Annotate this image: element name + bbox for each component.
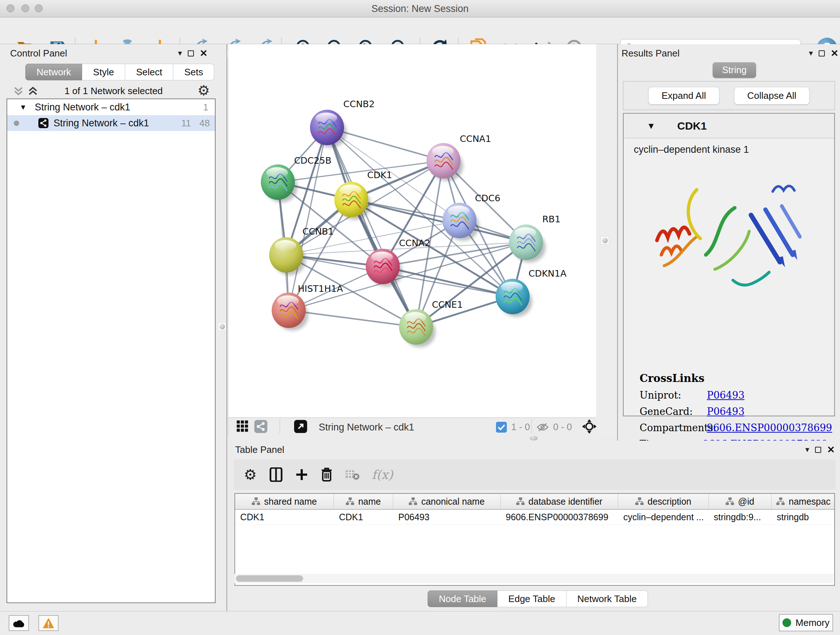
table-cell[interactable]: P06493: [393, 510, 501, 524]
protein-description: cyclin–dependent kinase 1: [634, 144, 749, 155]
results-tab-string[interactable]: String: [713, 62, 756, 78]
node-table[interactable]: shared namenamecanonical namedatabase id…: [234, 493, 835, 586]
column-header-database-identifier[interactable]: database identifier: [501, 494, 618, 509]
network-node-ccna2[interactable]: [366, 249, 402, 287]
network-graph[interactable]: CCNB2CCNA1CDC25BCDK1CDC6RB1CCNB1CCNA2CDK…: [228, 44, 597, 417]
tab-node-table[interactable]: Node Table: [428, 591, 497, 607]
tab-network[interactable]: Network: [25, 64, 82, 80]
memory-button[interactable]: Memory: [779, 614, 833, 631]
clear-table-icon[interactable]: [345, 469, 360, 480]
crosslink-label: GeneCard:: [639, 406, 707, 417]
network-node-cdc25b[interactable]: [261, 165, 297, 203]
column-header-canonical-name[interactable]: canonical name: [393, 494, 501, 509]
network-node-rb1[interactable]: [509, 225, 546, 263]
panel-float-icon[interactable]: [188, 50, 194, 57]
birdseye-view-icon[interactable]: [582, 419, 597, 434]
tab-style[interactable]: Style: [82, 64, 125, 80]
results-panel: Results Panel ▾ ✕ String Expand All Coll…: [617, 44, 840, 440]
warnings-button[interactable]: [38, 615, 58, 631]
column-header--id[interactable]: @id: [709, 494, 772, 509]
panel-close-icon[interactable]: ✕: [827, 445, 835, 454]
node-label-cdc6: CDC6: [475, 193, 500, 203]
horizontal-splitter-handle[interactable]: [530, 436, 538, 440]
network-view-toolbar: String Network – cdk1 1 - 0 0 - 0: [228, 417, 596, 435]
add-column-icon[interactable]: [295, 468, 308, 481]
network-edge[interactable]: [327, 127, 416, 327]
table-cell[interactable]: 9606.ENSP00000378699: [501, 510, 618, 524]
table-row[interactable]: CDK1CDK1P064939606.ENSP00000378699cyclin…: [235, 510, 834, 525]
open-in-window-icon[interactable]: [294, 420, 307, 433]
node-label-cdc25b: CDC25B: [294, 155, 332, 166]
node-label-ccne1: CCNE1: [432, 299, 463, 310]
column-header-namespac[interactable]: namespac: [772, 494, 835, 509]
network-node-hist1h1a[interactable]: [272, 293, 308, 331]
column-header-description[interactable]: description: [618, 494, 709, 509]
network-node-ccnb2[interactable]: [310, 110, 347, 148]
table-cell[interactable]: stringdb: [772, 510, 835, 524]
table-settings-gear-icon[interactable]: ⚙: [244, 466, 257, 483]
tab-select[interactable]: Select: [125, 64, 173, 80]
control-panel-tabs: Network Style Select Sets: [25, 64, 214, 80]
panel-menu-icon[interactable]: ▾: [809, 49, 813, 57]
network-node-count: 11: [181, 118, 191, 129]
delete-column-icon[interactable]: [321, 467, 333, 482]
warning-icon: [42, 617, 55, 629]
network-node-cdkn1a[interactable]: [496, 279, 532, 317]
network-node-ccna1[interactable]: [426, 143, 463, 181]
hidden-eye-icon[interactable]: [537, 422, 549, 432]
column-header-name[interactable]: name: [334, 494, 393, 509]
panel-float-icon[interactable]: [819, 50, 825, 57]
crosslink-link[interactable]: P06493: [707, 406, 745, 417]
tab-network-table[interactable]: Network Table: [567, 591, 648, 607]
table-cell[interactable]: CDK1: [334, 510, 393, 524]
crosslink-row: GeneCard:P06493: [639, 406, 828, 417]
right-splitter-handle[interactable]: [600, 236, 609, 245]
table-cell[interactable]: CDK1: [235, 510, 334, 524]
network-node-ccne1[interactable]: [399, 309, 436, 347]
panel-close-icon[interactable]: ✕: [831, 49, 838, 58]
selected-checkbox-icon[interactable]: [496, 422, 507, 432]
network-options-gear-icon[interactable]: ⚙: [197, 82, 210, 98]
scrollbar-thumb[interactable]: [236, 575, 303, 582]
crosslink-link[interactable]: P06493: [707, 390, 745, 401]
panel-float-icon[interactable]: [815, 447, 821, 453]
network-node-cdc6[interactable]: [442, 203, 479, 241]
node-label-cdk1: CDK1: [367, 170, 392, 180]
show-columns-icon[interactable]: [269, 467, 283, 482]
network-selected-status: 1 of 1 Network selected: [0, 86, 227, 97]
cloud-status-button[interactable]: [9, 615, 29, 631]
collection-expand-icon[interactable]: ▼: [19, 103, 27, 111]
network-canvas[interactable]: CCNB2CCNA1CDC25BCDK1CDC6RB1CCNB1CCNA2CDK…: [228, 44, 596, 417]
collapse-section-icon[interactable]: ▼: [647, 121, 655, 131]
protein-card-header[interactable]: ▼ CDK1: [624, 114, 834, 138]
node-label-ccnb2: CCNB2: [343, 99, 375, 109]
column-header-shared-name[interactable]: shared name: [235, 494, 334, 509]
table-cell[interactable]: cyclin–dependent ...: [618, 510, 709, 524]
left-splitter-handle[interactable]: [218, 322, 226, 331]
collapse-all-button[interactable]: Collapse All: [734, 87, 810, 105]
panel-menu-icon[interactable]: ▾: [178, 49, 182, 57]
tab-sets[interactable]: Sets: [173, 64, 214, 80]
network-collection-row[interactable]: ▼ String Network – cdk1 1: [7, 99, 215, 115]
column-type-icon: [776, 497, 785, 505]
network-node-cdk1[interactable]: [334, 182, 371, 220]
function-builder-icon[interactable]: f(x): [372, 467, 393, 482]
network-row[interactable]: String Network – cdk1 11 48: [7, 115, 215, 131]
table-cell[interactable]: stringdb:9...: [709, 510, 772, 524]
grid-view-icon[interactable]: [236, 420, 248, 432]
memory-label: Memory: [796, 617, 829, 629]
panel-close-icon[interactable]: ✕: [200, 49, 208, 58]
panel-menu-icon[interactable]: ▾: [805, 446, 809, 454]
network-edge[interactable]: [289, 127, 327, 310]
tab-edge-table[interactable]: Edge Table: [497, 591, 567, 607]
table-horizontal-scrollbar[interactable]: [234, 574, 834, 583]
expand-collapse-bar: Expand All Collapse All: [623, 81, 835, 110]
crosslink-link[interactable]: 9606.ENSP00000378699: [707, 422, 832, 433]
node-label-ccna1: CCNA1: [460, 134, 491, 144]
node-label-cdkn1a: CDKN1A: [529, 268, 567, 279]
string-view-icon[interactable]: [254, 420, 267, 433]
node-label-ccna2: CCNA2: [399, 238, 431, 249]
crosslink-row: Compartments:9606.ENSP00000378699: [639, 422, 828, 433]
results-panel-controls: ▾ ✕: [809, 49, 838, 58]
expand-all-button[interactable]: Expand All: [648, 87, 720, 105]
